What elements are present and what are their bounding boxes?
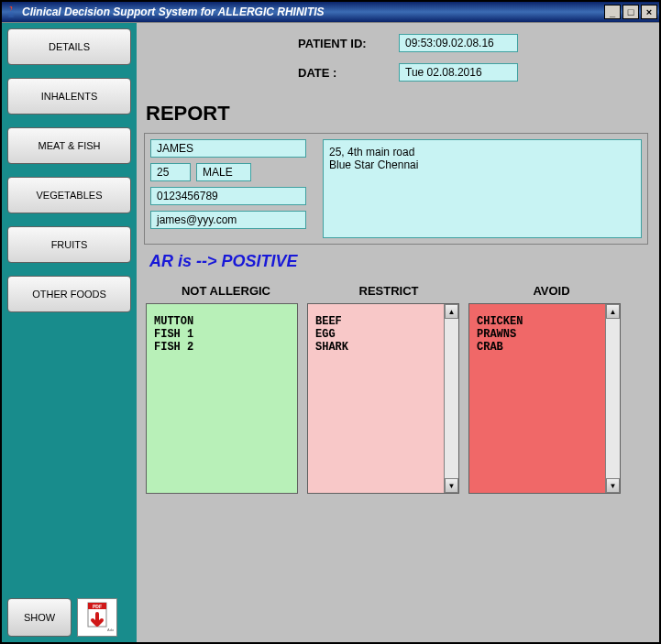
scroll-track[interactable] [445,319,458,478]
not-allergic-list[interactable]: MUTTON FISH 1 FISH 2 [146,303,298,494]
scroll-track[interactable] [606,319,620,478]
show-button[interactable]: SHOW [7,598,72,637]
svg-text:Adobe: Adobe [107,628,114,632]
phone-field[interactable]: 0123456789 [150,187,306,205]
date-label: DATE : [298,66,399,80]
main-panel: PATIENT ID: 09:53:09.02.08.16 DATE : Tue… [137,23,659,642]
patient-info-panel: JAMES 25 MALE 0123456789 james@yyy.com 2… [144,133,648,245]
patient-fields: JAMES 25 MALE 0123456789 james@yyy.com [150,139,315,238]
category-headers: NOT ALLERGIC RESTRICT AVOID [146,284,654,298]
window-title: Clinical Decision Support System for ALL… [22,5,604,18]
scroll-up-icon[interactable]: ▲ [606,304,620,319]
sidebar-button-meat-fish[interactable]: MEAT & FISH [7,127,131,164]
pdf-icon: PDF Adobe [81,601,114,634]
patient-id-field[interactable]: 09:53:09.02.08.16 [399,34,518,52]
svg-text:PDF: PDF [93,604,102,609]
restrict-items: BEEF EGG SHARK [308,304,444,493]
email-field[interactable]: james@yyy.com [150,211,306,229]
address-field[interactable]: 25, 4th main road Blue Star Chennai [323,139,642,238]
age-field[interactable]: 25 [150,163,191,181]
maximize-button[interactable]: □ [622,5,639,19]
header-not-allergic: NOT ALLERGIC [146,284,306,298]
restrict-list[interactable]: BEEF EGG SHARK ▲ ▼ [307,303,459,494]
patient-id-label: PATIENT ID: [298,37,399,50]
sidebar-button-vegetables[interactable]: VEGETABLES [7,177,131,213]
ar-status: AR is --> POSITIVE [149,252,654,271]
gender-field[interactable]: MALE [196,163,251,181]
date-row: DATE : Tue 02.08.2016 [298,63,654,82]
app-window: Clinical Decision Support System for ALL… [0,0,661,644]
content-area: DETAILS INHALENTS MEAT & FISH VEGETABLES… [2,22,659,642]
header-restrict: RESTRICT [306,284,471,298]
header-avoid: AVOID [471,284,632,298]
sidebar-button-inhalents[interactable]: INHALENTS [7,78,131,115]
close-button[interactable]: × [641,5,657,19]
pdf-export-button[interactable]: PDF Adobe [77,598,117,637]
sidebar-button-fruits[interactable]: FRUITS [7,226,131,263]
category-lists: MUTTON FISH 1 FISH 2 BEEF EGG SHARK ▲ ▼ … [146,303,654,494]
java-icon [4,5,18,19]
scroll-down-icon[interactable]: ▼ [445,478,458,493]
avoid-scrollbar[interactable]: ▲ ▼ [605,304,620,493]
avoid-list[interactable]: CHICKEN PRAWNS CRAB ▲ ▼ [468,303,621,494]
avoid-items: CHICKEN PRAWNS CRAB [469,304,605,493]
minimize-button[interactable]: _ [604,5,621,19]
bottom-toolbar: SHOW PDF Adobe [7,598,117,637]
not-allergic-items: MUTTON FISH 1 FISH 2 [147,304,297,493]
scroll-down-icon[interactable]: ▼ [606,478,620,493]
sidebar-button-other-foods[interactable]: OTHER FOODS [7,276,131,312]
date-field[interactable]: Tue 02.08.2016 [399,63,518,82]
patient-id-row: PATIENT ID: 09:53:09.02.08.16 [298,34,654,52]
restrict-scrollbar[interactable]: ▲ ▼ [444,304,458,493]
scroll-up-icon[interactable]: ▲ [445,304,458,319]
name-field[interactable]: JAMES [150,139,306,158]
sidebar-button-details[interactable]: DETAILS [7,28,131,65]
titlebar: Clinical Decision Support System for ALL… [2,2,659,22]
report-title: REPORT [146,102,654,126]
window-controls: _ □ × [604,5,657,19]
sidebar: DETAILS INHALENTS MEAT & FISH VEGETABLES… [2,23,137,642]
